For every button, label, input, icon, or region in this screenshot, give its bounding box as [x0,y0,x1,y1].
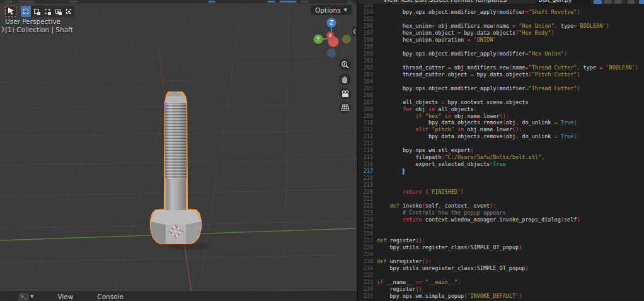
viewport-scene[interactable] [0,0,357,301]
navigation-gizmo[interactable]: X Z Y [313,16,354,59]
header-partial-icon[interactable] [4,1,13,3]
code-line-220[interactable]: 220 return {'FINISHED'} [358,189,644,196]
pan-button[interactable] [339,73,351,85]
text-cursor [403,168,404,175]
editor-type-dropdown[interactable]: >_ ▼ [19,293,33,300]
code-line-228[interactable]: 228 bpy.utils.register_class(SIMPLE_OT_p… [358,244,644,251]
text-editor[interactable]: 193194 bpy.ops.object.modifier_apply(mod… [358,0,644,301]
code-line-210[interactable]: 210 bpy.data.objects.remove(obj, do_unli… [358,119,644,126]
3d-viewport[interactable]: Options ▼ User Perspective (1) Collectio… [0,0,357,301]
code-line-197[interactable]: 197 hex_union.object = bpy.data.objects[… [358,30,644,37]
code-line-235[interactable]: 235 bpy.ops.wm.simple_popup('INVOKE_DEFA… [358,293,644,300]
console-menu-view[interactable]: View [57,293,73,300]
code-line-212[interactable]: 212 bpy.data.objects.remove(obj, do_unli… [358,133,644,140]
select-mode-subtract-button[interactable] [42,6,53,17]
code-line-199[interactable]: 199 [358,44,644,50]
code-line-202[interactable]: 202 thread_cutter = obj.modifiers.new(na… [358,64,644,71]
select-mode-intersect-button[interactable] [64,6,74,17]
code-line-226[interactable]: 226 [358,230,644,237]
code-line-215[interactable]: 215 filepath="C:/Users/Safu/Bolts/bolt.s… [358,154,644,161]
console-header-bar: >_ ▼ View Console [0,292,357,301]
svg-text:X: X [328,33,331,38]
code-line-224[interactable]: 224 return context.window_manager.invoke… [358,216,644,223]
editor-right-toggles[interactable] [639,0,644,4]
code-line-196[interactable]: 196 hex_union= obj.modifiers.new(name = … [358,23,644,30]
run-script-button[interactable] [628,0,635,4]
header-partial-icon[interactable] [347,1,354,3]
hand-icon [341,75,349,83]
select-intersect-icon [66,9,71,14]
code-line-200[interactable]: 200 bpy.ops.object.modifier_apply(modifi… [358,50,644,57]
code-line-219[interactable]: 219 [358,182,644,189]
zoom-button[interactable] [339,59,351,71]
code-line-214[interactable]: 214 bpy.ops.wm.stl_export( [358,147,644,154]
select-mode-set-button[interactable] [21,6,32,17]
code-line-205[interactable]: 205 bpy.ops.object.modifier_apply(modifi… [358,85,644,92]
code-line-223[interactable]: 223 # Controls how the popup appears [358,210,644,216]
datablock-name-field[interactable]: bolt_gen.py [536,0,591,4]
code-line-227[interactable]: 227def register(): [358,237,644,244]
unlink-button[interactable] [614,0,622,4]
code-line-207[interactable]: 207 all_objects = bpy.context.scene.obje… [358,99,644,106]
code-line-222[interactable]: 222 def invoke(self, context, event): [358,203,644,210]
select-toolbar [5,6,74,17]
blender-window: Options ▼ User Perspective (1) Collectio… [0,0,644,301]
code-line-209[interactable]: 209 if "hex" in obj.name.lower(): [358,113,644,120]
select-extend-icon [34,9,39,14]
code-line-194[interactable]: 194 bpy.ops.object.modifier_apply(modifi… [358,9,644,16]
code-line-204[interactable]: 204 [358,78,644,85]
chevron-down-icon: ▼ [344,8,347,13]
orthographic-toggle-button[interactable] [339,102,351,114]
select-mode-extend-button[interactable] [32,6,42,17]
toolbar-expand-arrow[interactable]: ❯ [1,26,6,32]
header-partial-icon[interactable] [267,1,275,3]
header-partial-icon[interactable] [279,1,297,3]
active-collection-label: (1) Collection | Shaft [5,26,73,34]
code-line-208[interactable]: 208 for obj in all_objects: [358,106,644,113]
code-line-206[interactable]: 206 [358,92,644,99]
code-line-218[interactable]: 218 [358,175,644,182]
svg-text:Z: Z [330,20,333,26]
header-partial-icon[interactable] [69,1,78,3]
viewport-overlay-text: User Perspective (1) Collection | Shaft [5,18,73,34]
header-partial-icon[interactable] [301,1,309,3]
viewport-header-partial [0,0,357,3]
select-mode-group [21,6,74,17]
code-line-201[interactable]: 201 [358,57,644,64]
code-area[interactable]: 193194 bpy.ops.object.modifier_apply(mod… [358,2,644,301]
code-line-233[interactable]: 233if __name__ == "__main__": [358,279,644,286]
code-line-232[interactable]: 232 [358,272,644,279]
select-mode-invert-button[interactable] [53,6,64,17]
code-line-217[interactable]: 217 ) [358,168,644,175]
axis-y-negative[interactable] [342,35,351,44]
sidebar-pull-tab[interactable]: ❮ [352,26,357,36]
active-tool-select-box-button[interactable] [5,6,16,17]
code-line-195[interactable]: 195 [358,16,644,23]
options-label: Options [315,6,341,14]
code-line-211[interactable]: 211 elif "pitch" in obj.name.lower(): [358,126,644,133]
options-dropdown[interactable]: Options ▼ [311,5,352,15]
code-line-234[interactable]: 234 register() [358,286,644,293]
code-line-230[interactable]: 230def unregister(): [358,258,644,265]
code-line-216[interactable]: 216 export_selected_objects=True [358,161,644,168]
console-menu-console[interactable]: Console [97,293,124,300]
chevron-down-icon: ▼ [30,294,33,299]
code-line-198[interactable]: 198 hex_union.operation = 'UNION' [358,37,644,44]
camera-view-button[interactable] [339,88,351,100]
code-line-229[interactable]: 229 [358,251,644,258]
grid-perspective-icon [341,103,350,112]
code-line-221[interactable]: 221 [358,196,644,203]
resolve-conflict-button[interactable] [594,0,602,4]
code-line-213[interactable]: 213 [358,140,644,147]
code-line-203[interactable]: 203 thread_cutter.object = bpy.data.obje… [358,71,644,78]
select-subtract-icon [45,9,50,14]
cursor-arrow-icon [8,8,14,15]
new-text-button[interactable] [604,0,612,4]
code-line-225[interactable]: 225 [358,223,644,230]
axis-z-negative[interactable] [327,49,336,57]
code-line-231[interactable]: 231 bpy.utils.unregister_class(SIMPLE_OT… [358,265,644,272]
bolt-object[interactable] [151,92,210,250]
console-icon: >_ [19,293,28,300]
header-partial-icon[interactable] [18,1,35,3]
header-partial-icon[interactable] [208,1,216,3]
